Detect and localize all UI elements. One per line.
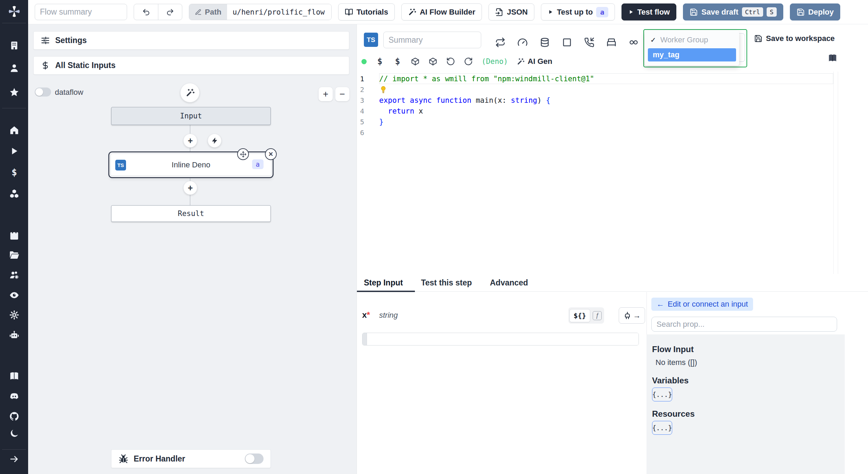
- star-icon[interactable]: [9, 87, 19, 98]
- bot-icon[interactable]: [9, 330, 19, 340]
- building-icon[interactable]: [9, 40, 19, 51]
- moon-icon[interactable]: [9, 428, 19, 439]
- edit-or-connect-button[interactable]: ← Edit or connect an input: [651, 298, 753, 311]
- play-icon[interactable]: [9, 146, 19, 156]
- undo-button[interactable]: [134, 4, 158, 20]
- save-to-workspace-button[interactable]: Save to workspace: [754, 34, 835, 43]
- user-icon[interactable]: [9, 63, 19, 73]
- dataflow-toggle[interactable]: [35, 88, 51, 97]
- line-number: 6: [357, 128, 379, 137]
- add-step-button[interactable]: +: [183, 134, 197, 148]
- discord-icon[interactable]: [9, 391, 19, 402]
- error-handler-row[interactable]: Error Handler: [111, 449, 271, 468]
- test-flow-button[interactable]: Test flow: [621, 3, 677, 20]
- eye-icon[interactable]: [9, 290, 19, 300]
- trigger-bolt-button[interactable]: [208, 134, 222, 148]
- ai-gen-button[interactable]: AI Gen: [517, 57, 552, 66]
- ai-flow-builder-button[interactable]: AI Flow Builder: [401, 3, 482, 20]
- field-x-input[interactable]: [367, 333, 639, 345]
- variables-object-button[interactable]: {...}: [652, 388, 672, 401]
- connect-input-button[interactable]: →: [619, 307, 645, 324]
- add-step-button[interactable]: +: [183, 181, 197, 195]
- code-line-content: }: [379, 116, 833, 127]
- gear-icon[interactable]: [9, 310, 19, 320]
- undo-redo-group: [134, 4, 182, 20]
- calendar-icon[interactable]: [9, 230, 19, 241]
- boxes-icon[interactable]: [9, 189, 19, 199]
- path-value[interactable]: u/henri/prolific_flow: [227, 4, 331, 20]
- bug-icon: [118, 454, 128, 464]
- tab-advanced[interactable]: Advanced: [490, 278, 528, 288]
- code-line: 3export async function main(x: string) {: [357, 95, 833, 106]
- docs-book-icon[interactable]: [828, 53, 837, 63]
- ai-wand-button[interactable]: [180, 83, 200, 102]
- refresh-cw-icon[interactable]: [464, 57, 473, 66]
- book-open-icon: [345, 8, 353, 16]
- resources-object-button[interactable]: {...}: [652, 421, 672, 435]
- flow-input-empty-text: No items ([]): [656, 358, 697, 367]
- dollar-icon[interactable]: $: [9, 167, 19, 177]
- flow-settings-row[interactable]: Settings: [33, 31, 349, 50]
- field-name-label: x*: [362, 310, 370, 320]
- database-icon[interactable]: [540, 37, 550, 48]
- gauge-icon[interactable]: [517, 37, 528, 48]
- field-value-editor: [362, 333, 639, 346]
- worker-group-menu-header[interactable]: ✓ Worker Group: [645, 34, 739, 46]
- worker-group-option-selected[interactable]: my_tag: [648, 48, 736, 61]
- tab-test-this-step[interactable]: Test this step: [421, 278, 472, 288]
- delete-node-button[interactable]: ×: [265, 148, 277, 160]
- check-icon: ✓: [650, 36, 656, 44]
- search-prop-input[interactable]: [651, 317, 837, 332]
- arrow-right-icon[interactable]: [9, 454, 19, 464]
- dollar-icon[interactable]: $: [375, 57, 384, 66]
- resources-title: Resources: [652, 409, 695, 419]
- repeat-icon[interactable]: [495, 37, 506, 48]
- line-number: 4: [357, 107, 379, 115]
- shortcut-key-s: S: [767, 7, 777, 17]
- json-button[interactable]: JSON: [489, 3, 534, 20]
- step-summary-input[interactable]: [383, 32, 481, 48]
- book-icon[interactable]: [9, 371, 19, 382]
- deploy-button[interactable]: Deploy: [790, 3, 840, 20]
- lightbulb-icon[interactable]: [379, 85, 387, 94]
- redo-button[interactable]: [158, 4, 182, 20]
- package-icon[interactable]: [411, 57, 420, 66]
- template-mode-button[interactable]: ${}: [569, 309, 590, 322]
- zoom-out-button[interactable]: −: [335, 87, 350, 101]
- sliders-icon: [41, 36, 50, 45]
- play-icon: [628, 9, 634, 15]
- error-handler-toggle[interactable]: [245, 454, 264, 464]
- users-gear-icon[interactable]: [9, 270, 19, 280]
- settings-label: Settings: [55, 36, 87, 45]
- connect-options-panel: [646, 334, 845, 474]
- all-static-inputs-label: All Static Inputs: [55, 61, 116, 70]
- phone-incoming-icon[interactable]: [584, 37, 594, 48]
- bed-icon[interactable]: [606, 37, 617, 48]
- rotate-ccw-icon[interactable]: [446, 57, 455, 66]
- function-mode-button[interactable]: ƒ: [591, 310, 603, 321]
- move-node-button[interactable]: [237, 148, 249, 160]
- code-line-content: [379, 127, 833, 138]
- dollar-icon[interactable]: $: [393, 57, 402, 66]
- square-icon[interactable]: [562, 37, 572, 48]
- home-icon[interactable]: [9, 125, 19, 135]
- github-icon[interactable]: [9, 411, 19, 422]
- folder-open-icon[interactable]: [9, 250, 19, 260]
- zoom-in-button[interactable]: +: [318, 87, 333, 101]
- tutorials-button[interactable]: Tutorials: [338, 3, 395, 20]
- all-static-inputs-row[interactable]: All Static Inputs: [33, 56, 349, 75]
- package-icon[interactable]: [428, 57, 437, 66]
- loop-icon[interactable]: [628, 37, 639, 48]
- error-handler-label: Error Handler: [134, 454, 185, 464]
- code-editor[interactable]: 1// import * as wmill from "npm:windmill…: [357, 73, 833, 138]
- save-draft-button[interactable]: Save draft Ctrl S: [683, 3, 783, 20]
- windmill-logo-icon[interactable]: [7, 4, 22, 19]
- flow-node-result[interactable]: Result: [111, 205, 271, 222]
- editor-grip[interactable]: [362, 333, 367, 345]
- flow-node-input[interactable]: Input: [111, 107, 271, 125]
- test-up-to-button[interactable]: Test up to a: [541, 3, 615, 20]
- tab-step-input[interactable]: Step Input: [364, 278, 403, 288]
- path-field-group[interactable]: Path u/henri/prolific_flow: [189, 4, 332, 20]
- arrow-right-icon: →: [633, 311, 641, 320]
- flow-summary-input[interactable]: [35, 4, 127, 20]
